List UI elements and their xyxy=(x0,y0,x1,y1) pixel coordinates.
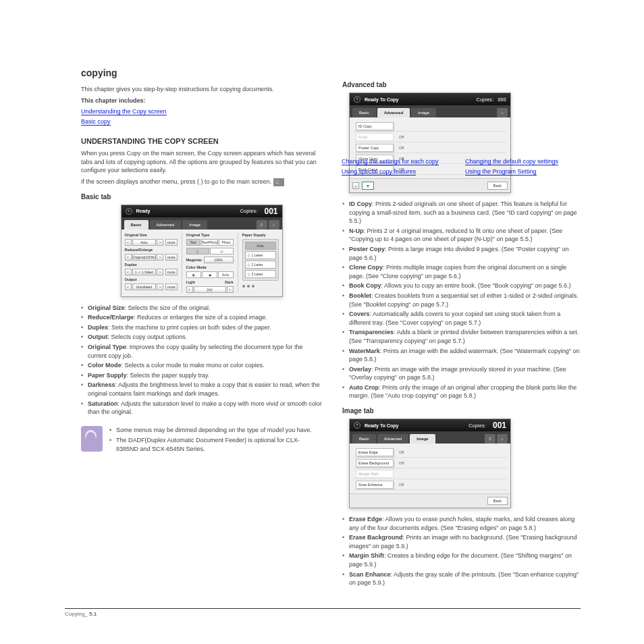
panel-status: Ready To Copy xyxy=(365,423,464,428)
note-icon xyxy=(81,426,103,452)
orientation-landscape-icon[interactable]: ▭ xyxy=(210,248,234,254)
chevron-right-icon[interactable]: > xyxy=(157,239,163,246)
basic-tab-items: Original Size: Selects the size of the o… xyxy=(81,304,322,417)
chevron-left-icon[interactable]: < xyxy=(125,284,132,290)
more-button[interactable]: more xyxy=(165,254,177,261)
chapter-heading: copying xyxy=(81,68,322,78)
row-poster[interactable]: Poster Copy xyxy=(356,144,394,152)
page-footer: Copying_ 5.1 xyxy=(65,608,581,617)
row-value: Off xyxy=(396,461,404,465)
tab-image[interactable]: Image xyxy=(411,108,436,117)
paper-tray[interactable]: ▯3 Letter xyxy=(245,270,276,278)
copies-label: Copies: xyxy=(240,209,258,213)
toc-link[interactable]: Using special copy features xyxy=(342,168,416,176)
advanced-tab-heading: Advanced tab xyxy=(342,81,583,88)
toc-link[interactable]: Changing the default copy settings xyxy=(465,158,558,165)
home-icon xyxy=(273,178,284,186)
label: Reduce/Enlarge xyxy=(125,248,178,252)
output-value[interactable]: Uncollated xyxy=(132,284,157,290)
toc-link[interactable]: Changing the settings for each copy xyxy=(342,158,439,165)
settings-icon[interactable]: ≡ xyxy=(485,434,495,444)
paper-tray[interactable]: ▯2 Letter xyxy=(245,261,276,269)
orientation-portrait-icon[interactable]: ▯ xyxy=(186,248,210,254)
copies-value: 001 xyxy=(493,421,506,430)
label: Color Mode xyxy=(186,265,234,269)
color-color-icon[interactable]: ◉ xyxy=(202,271,217,278)
tab-basic[interactable]: Basic xyxy=(352,108,376,117)
chevron-left-icon[interactable]: < xyxy=(125,239,132,246)
image-tab-heading: Image tab xyxy=(342,407,583,414)
advanced-tab-items: ID Copy: Prints 2-sided originals on one… xyxy=(342,200,583,400)
body-text: If the screen displays another menu, pre… xyxy=(81,178,322,186)
magenta-value[interactable]: 100% xyxy=(204,257,234,263)
more-button[interactable]: more xyxy=(165,239,177,246)
image-tab-items: Erase Edge: Allows you to erase punch ho… xyxy=(342,515,583,587)
chapter-includes-label: This chapter includes: xyxy=(81,97,322,105)
chapter-intro: This chapter gives you step-by-step inst… xyxy=(81,85,322,94)
back-button[interactable]: Back xyxy=(487,497,508,505)
row-erase-bg[interactable]: Erase Background xyxy=(356,459,394,467)
tab-basic[interactable]: Basic xyxy=(352,434,376,444)
copies-value: 000 xyxy=(498,97,506,102)
duplex-value[interactable]: 1 -> 1 Sided xyxy=(132,269,157,275)
settings-icon[interactable]: ≡ xyxy=(257,220,267,230)
color-auto[interactable]: Auto xyxy=(218,271,234,278)
reduce-value[interactable]: Original(100%) xyxy=(132,254,157,261)
toc-link[interactable]: Understanding the Copy screen xyxy=(81,108,167,115)
home-icon[interactable]: ⌂ xyxy=(497,434,508,444)
darkness-slider[interactable]: ))•(( xyxy=(194,286,226,293)
chevron-right-icon[interactable]: > xyxy=(157,284,163,290)
row-erase-edge[interactable]: Erase Edge xyxy=(356,448,394,456)
seg-textphoto[interactable]: Text/Photo xyxy=(201,239,219,246)
original-size-value[interactable]: Auto xyxy=(132,239,157,246)
row-margin-shift: Margin Shift xyxy=(356,470,394,478)
help-icon[interactable]: ? xyxy=(354,96,360,103)
paper-auto[interactable]: Auto xyxy=(245,242,276,250)
toc-link[interactable]: Basic copy xyxy=(81,118,111,126)
chevron-right-icon[interactable]: > xyxy=(157,254,163,261)
advanced-tab-panel: ? Ready To Copy Copies: 000 Basic Advanc… xyxy=(349,92,511,193)
help-icon[interactable]: ? xyxy=(354,422,360,429)
label: Original Type xyxy=(186,233,234,237)
home-icon[interactable]: ⌂ xyxy=(497,108,508,117)
tab-advanced[interactable]: Advanced xyxy=(377,434,409,444)
chevron-left-icon[interactable]: < xyxy=(125,254,132,261)
section-title-understanding: UNDERSTANDING THE COPY SCREEN xyxy=(81,137,322,145)
seg-text[interactable]: Text xyxy=(186,239,200,246)
basic-tab-heading: Basic tab xyxy=(81,193,322,200)
image-tab-panel: ? Ready To Copy Copies: 001 Basic Advanc… xyxy=(349,419,511,508)
seg-photo[interactable]: Photo xyxy=(219,239,233,246)
paper-tray[interactable]: ▯1 Letter xyxy=(245,251,276,259)
home-icon[interactable]: ⌂ xyxy=(269,220,279,230)
tab-image[interactable]: Image xyxy=(410,434,435,444)
darkness-dark-label: Dark xyxy=(225,280,233,284)
toc-link[interactable]: Using the Program Setting xyxy=(465,168,537,176)
label: Paper Supply xyxy=(242,233,279,237)
body-text: When you press Copy on the main screen, … xyxy=(81,149,322,175)
back-button[interactable]: Back xyxy=(487,182,508,190)
chevron-down-icon[interactable]: ▼ xyxy=(362,182,374,190)
footer-page: 5.1 xyxy=(89,611,97,617)
tab-advanced[interactable]: Advanced xyxy=(377,108,410,117)
tab-image[interactable]: Image xyxy=(182,220,207,230)
label: Output xyxy=(125,277,178,281)
row-value: Off xyxy=(396,135,404,139)
row-id-copy[interactable]: ID Copy xyxy=(356,122,394,130)
chevron-left-icon[interactable]: < xyxy=(186,286,193,293)
copies-label: Copies: xyxy=(477,97,494,102)
chevron-left-icon[interactable]: < xyxy=(125,269,132,275)
row-value: Off xyxy=(396,483,404,487)
more-button[interactable]: more xyxy=(165,284,177,290)
color-mono-icon[interactable]: ◐ xyxy=(186,271,202,278)
tab-basic[interactable]: Basic xyxy=(124,220,149,230)
chevron-right-icon[interactable]: > xyxy=(157,269,163,275)
panel-status: Ready To Copy xyxy=(365,97,473,102)
row-value: Off xyxy=(396,450,404,454)
more-button[interactable]: more xyxy=(165,269,177,275)
row-scan-enhance[interactable]: Scan Enhance xyxy=(356,481,394,489)
help-icon[interactable]: ? xyxy=(126,208,132,215)
chevron-right-icon[interactable]: > xyxy=(227,286,234,293)
tab-advanced[interactable]: Advanced xyxy=(150,220,182,230)
label: Original Size xyxy=(125,233,178,237)
panel-status: Ready xyxy=(136,209,236,213)
